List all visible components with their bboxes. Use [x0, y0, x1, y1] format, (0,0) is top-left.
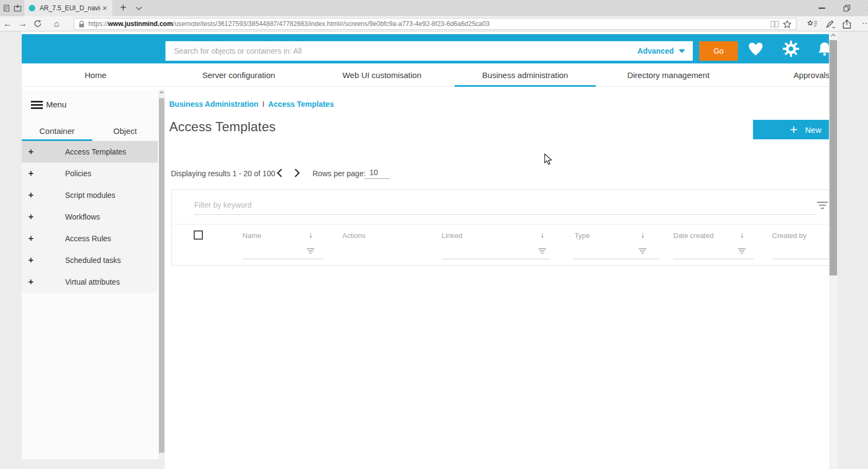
home-icon[interactable]: ⌂ [50, 16, 63, 31]
window-minimize-button[interactable] [814, 0, 830, 16]
window-restore-button[interactable] [839, 0, 855, 16]
tab-title: AR_7.5_EUI_D_navigatio [40, 4, 100, 12]
go-button[interactable]: Go [699, 41, 738, 61]
column-filter-input-type[interactable] [573, 250, 660, 259]
set-tabs-aside-icon[interactable] [14, 4, 22, 12]
tab-list-chevron-icon[interactable] [136, 7, 142, 11]
nav-tab-web-ui-customisation[interactable]: Web UI customisation [310, 63, 454, 87]
favorite-star-icon[interactable] [783, 20, 792, 28]
expand-plus-icon[interactable]: + [28, 146, 37, 157]
sidebar-tabs: Container Object [22, 122, 158, 141]
window-close-button[interactable]: × [861, 0, 868, 16]
menu-label: Menu [46, 100, 67, 109]
column-filter-input-created-by[interactable] [772, 250, 829, 259]
lock-icon [79, 21, 85, 28]
url-domain: www.justinmind.com [108, 20, 173, 28]
page-scrollbar-thumb[interactable] [829, 40, 837, 275]
sidebar-item-script-modules[interactable]: + Script modules [22, 184, 158, 206]
hamburger-menu-icon[interactable] [31, 101, 43, 111]
expand-plus-icon[interactable]: + [28, 277, 37, 287]
browser-tab-strip: AR_7.5_EUI_D_navigatio × + × [0, 0, 868, 16]
next-page-icon[interactable] [294, 169, 300, 177]
favorites-heart-icon[interactable] [748, 42, 764, 56]
breadcrumb-current-link[interactable]: Access Templates [268, 100, 334, 108]
sidebar-item-access-templates[interactable]: + Access Templates [22, 141, 158, 163]
forward-icon[interactable]: → [16, 16, 29, 31]
primary-nav: Home Server configuration Web UI customi… [22, 63, 829, 87]
notifications-bell-icon[interactable] [817, 41, 829, 56]
filter-icon[interactable] [817, 201, 828, 209]
address-bar[interactable]: https://www.justinmind.com/usernote/test… [74, 18, 796, 30]
nav-tab-approvals[interactable]: Approvals [740, 63, 829, 87]
expand-plus-icon[interactable]: + [28, 233, 37, 244]
new-tab-button[interactable]: + [116, 1, 130, 15]
back-icon[interactable]: ← [1, 16, 14, 31]
annotate-pen-icon[interactable] [826, 20, 835, 28]
sort-descending-icon[interactable]: ↓ [309, 230, 313, 239]
prototype-viewport: Advanced Go [22, 31, 829, 469]
previous-page-icon[interactable] [277, 169, 283, 177]
reading-view-icon[interactable] [770, 21, 779, 28]
column-header-name[interactable]: Name [242, 232, 261, 240]
keyword-filter-input[interactable] [194, 196, 816, 215]
url-text: https://www.justinmind.com/usernote/test… [88, 20, 767, 28]
search-input[interactable] [165, 47, 637, 55]
share-icon[interactable] [842, 20, 852, 29]
left-gutter [0, 31, 22, 469]
favorites-hub-icon[interactable] [807, 20, 818, 28]
refresh-icon[interactable] [34, 20, 42, 28]
tab-favicon [29, 5, 35, 11]
column-filter-input-date-created[interactable] [673, 250, 754, 259]
sidebar-item-virtual-attributes[interactable]: + Virtual attributes [22, 271, 158, 293]
chevron-down-icon [679, 49, 685, 53]
expand-plus-icon[interactable]: + [28, 168, 37, 179]
column-header-type[interactable]: Type [575, 232, 590, 240]
sidebar-scrollbar-thumb[interactable] [159, 98, 164, 453]
sidebar-tab-container[interactable]: Container [22, 122, 92, 141]
expand-plus-icon[interactable]: + [28, 255, 37, 266]
nav-tab-directory-management[interactable]: Directory management [597, 63, 740, 87]
tab-preview-icon[interactable] [3, 4, 10, 12]
sort-descending-icon[interactable]: ↓ [540, 230, 545, 239]
sidebar: Menu Container Object + Access Templates… [22, 89, 158, 459]
select-all-checkbox[interactable] [194, 230, 203, 240]
browser-tab[interactable]: AR_7.5_EUI_D_navigatio × [24, 0, 112, 16]
expand-plus-icon[interactable]: + [28, 190, 37, 201]
page-scrollbar[interactable] [829, 31, 838, 469]
results-summary: Displaying results 1 - 20 of 100 [171, 169, 275, 178]
column-header-created-by: Created by [772, 232, 807, 240]
settings-gear-icon[interactable] [782, 40, 800, 57]
scrollbar-up-arrow-icon[interactable] [831, 34, 836, 37]
column-filter-input-name[interactable] [242, 250, 324, 259]
nav-tab-server-configuration[interactable]: Server configuration [167, 63, 310, 87]
column-filter-input-linked[interactable] [442, 250, 550, 259]
sidebar-item-policies[interactable]: + Policies [22, 163, 158, 184]
nav-tab-home[interactable]: Home [24, 63, 167, 87]
rows-per-page-label: Rows per page: [312, 169, 366, 178]
sort-descending-icon[interactable]: ↓ [740, 230, 744, 239]
nav-tab-business-administration[interactable]: Business administration [454, 63, 597, 87]
sidebar-item-access-rules[interactable]: + Access Rules [22, 228, 158, 249]
sort-descending-icon[interactable]: ↓ [641, 230, 645, 239]
sidebar-bottom-strip [22, 459, 165, 469]
advanced-label: Advanced [637, 47, 674, 55]
column-header-date-created[interactable]: Date created [673, 232, 713, 240]
divider [172, 224, 829, 224]
scrollbar-up-arrow-icon[interactable] [159, 91, 164, 94]
rows-per-page-input[interactable] [365, 166, 390, 179]
tab-close-icon[interactable]: × [103, 4, 107, 12]
sidebar-scrollbar[interactable] [158, 89, 165, 459]
column-header-linked[interactable]: Linked [442, 232, 462, 240]
new-button-label: New [805, 125, 821, 134]
new-button[interactable]: + New [753, 120, 829, 139]
advanced-dropdown[interactable]: Advanced [637, 47, 693, 55]
search-box: Advanced [165, 41, 693, 61]
sidebar-tab-object[interactable]: Object [92, 122, 158, 141]
sidebar-item-scheduled-tasks[interactable]: + Scheduled tasks [22, 249, 158, 271]
page-title: Access Templates [169, 119, 276, 134]
sidebar-item-workflows[interactable]: + Workflows [22, 206, 158, 228]
breadcrumb-parent-link[interactable]: Business Administration [169, 100, 258, 108]
more-menu-icon[interactable]: ⋯ [859, 16, 868, 31]
table-panel: Name ↓ Actions Linked ↓ Type ↓ Date crea… [171, 189, 829, 266]
expand-plus-icon[interactable]: + [28, 211, 37, 222]
